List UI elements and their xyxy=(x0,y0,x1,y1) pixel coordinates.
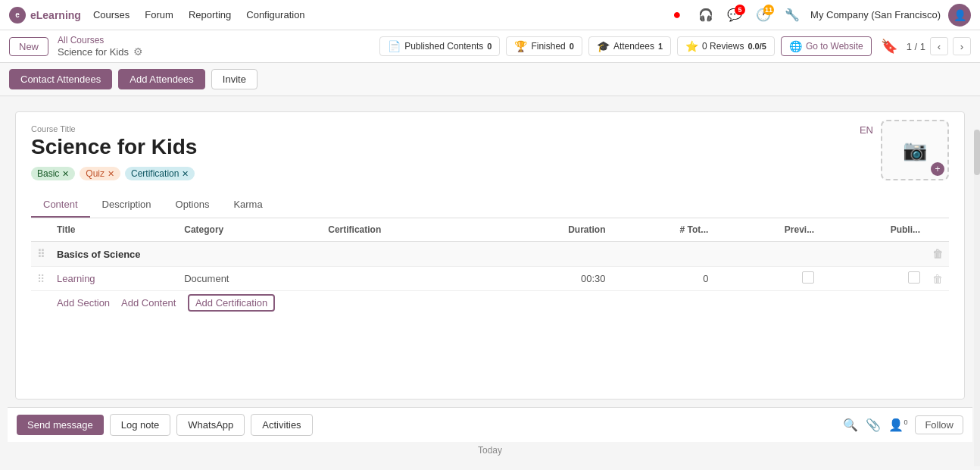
action-bar: New All Courses Science for Kids ⚙ 📄 Pub… xyxy=(0,30,980,63)
red-dot-icon: ● xyxy=(666,5,688,26)
new-button[interactable]: New xyxy=(9,37,48,56)
tag-basic-label: Basic xyxy=(37,168,59,179)
content-duration: 00:30 xyxy=(487,267,612,291)
reviews-count: 0.0/5 xyxy=(747,42,766,51)
today-label: Today xyxy=(8,442,972,459)
status-buttons: 📄 Published Contents 0 🏆 Finished 0 🎓 At… xyxy=(379,36,872,56)
published-contents-btn[interactable]: 📄 Published Contents 0 xyxy=(379,36,500,56)
bottom-right: 🔍 📎 👤0 Follow xyxy=(843,415,963,434)
tab-content[interactable]: Content xyxy=(31,193,90,218)
add-content-link[interactable]: Add Content xyxy=(121,297,176,309)
finished-icon: 🏆 xyxy=(514,40,527,52)
section-delete-icon[interactable]: 🗑 xyxy=(932,248,943,260)
go-to-website-btn[interactable]: 🌐 Go to Website xyxy=(781,36,872,56)
content-drag-handle[interactable]: ⠿ xyxy=(37,273,45,285)
nav-menu: Courses Forum Reporting Configuration xyxy=(93,9,666,20)
scrollbar-track[interactable] xyxy=(974,130,980,466)
attendees-count: 1 xyxy=(658,42,663,51)
tag-quiz-close-icon[interactable]: ✕ xyxy=(108,169,114,179)
activity-icon[interactable]: 🕐 11 xyxy=(753,5,774,26)
tabs-row: Content Description Options Karma xyxy=(31,193,949,218)
nav-configuration[interactable]: Configuration xyxy=(246,9,304,20)
language-badge[interactable]: EN xyxy=(860,124,873,136)
paperclip-icon[interactable]: 📎 xyxy=(866,418,881,432)
reviews-icon: ⭐ xyxy=(685,40,698,52)
published-checkbox[interactable] xyxy=(908,271,920,284)
section-row: ⠿ Basics of Science 🗑 xyxy=(31,242,949,267)
tab-options[interactable]: Options xyxy=(164,193,222,218)
whatsapp-button[interactable]: WhatsApp xyxy=(176,414,245,436)
content-total: 0 xyxy=(612,267,715,291)
col-category: Category xyxy=(178,218,322,242)
activity-badge: 11 xyxy=(763,5,774,15)
content-certification xyxy=(322,267,486,291)
chat-icon[interactable]: 💬 5 xyxy=(724,5,745,26)
form-area: Course Title Science for Kids Basic ✕ Qu… xyxy=(15,111,965,400)
photo-add-icon: + xyxy=(931,162,944,176)
follow-button[interactable]: Follow xyxy=(915,415,963,434)
nav-forum[interactable]: Forum xyxy=(145,9,173,20)
website-label: Go to Website xyxy=(806,41,863,52)
nav-courses[interactable]: Courses xyxy=(93,9,130,20)
pagination-text: 1 / 1 xyxy=(907,41,925,52)
navbar-right: ● 🎧 💬 5 🕐 11 🔧 My Company (San Francisco… xyxy=(666,4,971,27)
add-section-link[interactable]: Add Section xyxy=(57,297,110,309)
prev-page-button[interactable]: ‹ xyxy=(930,37,948,55)
headset-icon[interactable]: 🎧 xyxy=(695,5,716,26)
company-name: My Company (San Francisco) xyxy=(810,9,941,20)
send-message-button[interactable]: Send message xyxy=(17,415,104,435)
course-title[interactable]: Science for Kids xyxy=(31,135,949,159)
add-attendees-button[interactable]: Add Attendees xyxy=(118,69,205,89)
attendees-btn[interactable]: 🎓 Attendees 1 xyxy=(588,36,671,56)
attendees-icon: 🎓 xyxy=(597,40,610,52)
section-title: Basics of Science xyxy=(51,242,926,267)
brand-logo: e xyxy=(9,7,26,24)
toolbar: Contact Attendees Add Attendees Invite xyxy=(0,63,980,96)
content-delete-icon[interactable]: 🗑 xyxy=(932,273,943,285)
reviews-btn[interactable]: ⭐ 0 Reviews 0.0/5 xyxy=(677,36,775,56)
finished-count: 0 xyxy=(570,42,574,51)
add-certification-link[interactable]: Add Certification xyxy=(188,294,275,312)
search-icon[interactable]: 🔍 xyxy=(843,418,858,432)
col-title: Title xyxy=(51,218,178,242)
brand[interactable]: e eLearning xyxy=(9,7,81,24)
contact-attendees-button[interactable]: Contact Attendees xyxy=(9,69,112,89)
tab-karma[interactable]: Karma xyxy=(221,193,274,218)
content-table: Title Category Certification Duration # … xyxy=(31,218,949,315)
breadcrumb-all-courses[interactable]: All Courses xyxy=(58,35,370,45)
tag-basic[interactable]: Basic ✕ xyxy=(31,167,75,180)
avatar[interactable]: 👤 xyxy=(948,4,971,27)
photo-upload[interactable]: 📷 + xyxy=(881,120,949,180)
invite-button[interactable]: Invite xyxy=(211,69,257,89)
preview-checkbox[interactable] xyxy=(802,271,814,284)
tab-description[interactable]: Description xyxy=(90,193,164,218)
brand-name: eLearning xyxy=(30,9,81,21)
section-drag-handle[interactable]: ⠿ xyxy=(37,248,45,260)
navbar: e eLearning Courses Forum Reporting Conf… xyxy=(0,0,980,30)
reviews-label: 0 Reviews xyxy=(702,41,744,52)
add-links-row: Add Section Add Content Add Certificatio… xyxy=(31,291,949,315)
scrollbar-thumb[interactable] xyxy=(974,130,980,175)
published-icon: 📄 xyxy=(388,40,401,52)
col-total: # Tot... xyxy=(612,218,715,242)
col-published: Publi... xyxy=(820,218,926,242)
tag-cert-close-icon[interactable]: ✕ xyxy=(182,169,189,179)
form-body: Course Title Science for Kids Basic ✕ Qu… xyxy=(16,112,964,399)
bookmark-icon[interactable]: 🔖 xyxy=(881,38,897,55)
content-title[interactable]: Learning xyxy=(51,267,178,291)
tools-icon[interactable]: 🔧 xyxy=(782,5,803,26)
attendees-label: Attendees xyxy=(613,41,654,52)
settings-gear-icon[interactable]: ⚙ xyxy=(133,45,143,58)
next-page-button[interactable]: › xyxy=(953,37,971,55)
nav-reporting[interactable]: Reporting xyxy=(189,9,231,20)
course-title-label: Course Title xyxy=(31,124,949,133)
tag-quiz[interactable]: Quiz ✕ xyxy=(80,167,120,180)
tag-certification[interactable]: Certification ✕ xyxy=(125,167,195,180)
activities-button[interactable]: Activities xyxy=(251,414,312,436)
pagination: 1 / 1 ‹ › xyxy=(907,37,971,55)
log-note-button[interactable]: Log note xyxy=(110,414,171,436)
tag-basic-close-icon[interactable]: ✕ xyxy=(62,169,69,179)
finished-btn[interactable]: 🏆 Finished 0 xyxy=(506,36,582,56)
col-duration: Duration xyxy=(487,218,612,242)
people-icon[interactable]: 👤0 xyxy=(888,418,907,432)
